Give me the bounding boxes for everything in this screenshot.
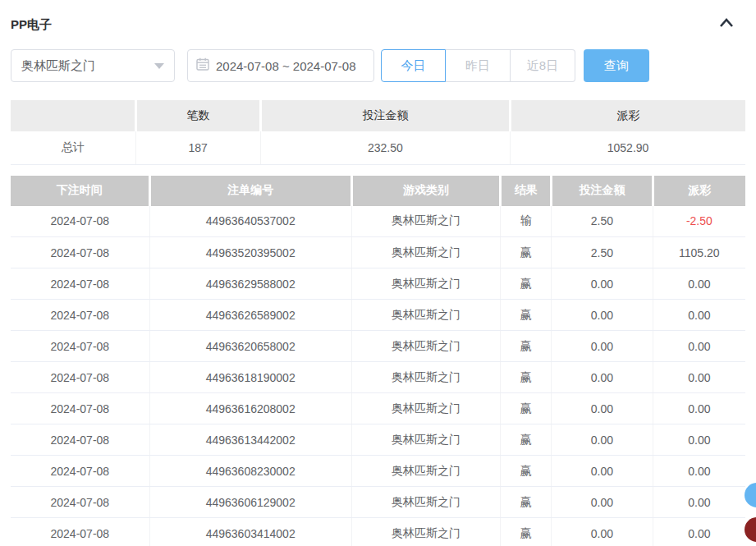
bet-amount-cell: 0.00 bbox=[552, 424, 653, 456]
game-type-cell: 奥林匹斯之门 bbox=[351, 331, 501, 362]
date-range-input[interactable]: 2024-07-08 ~ 2024-07-08 bbox=[187, 49, 374, 82]
bet-id-cell: 44963608230002 bbox=[149, 456, 351, 487]
collapse-button[interactable] bbox=[717, 16, 735, 34]
bet-amount-cell: 0.00 bbox=[552, 362, 653, 393]
payout-cell: 0.00 bbox=[653, 456, 745, 487]
table-row: 2024-07-0844963606129002奥林匹斯之门赢0.000.00 bbox=[11, 487, 745, 518]
bet-amount-cell: 0.00 bbox=[552, 331, 653, 362]
bet-time-cell: 2024-07-08 bbox=[11, 456, 149, 487]
game-type-cell: 奥林匹斯之门 bbox=[351, 424, 501, 456]
game-select[interactable]: 奥林匹斯之门 bbox=[11, 49, 175, 82]
game-type-cell: 奥林匹斯之门 bbox=[351, 456, 501, 487]
game-type-cell: 奥林匹斯之门 bbox=[351, 237, 501, 268]
bet-amount-cell: 0.00 bbox=[552, 518, 653, 546]
table-row: 2024-07-0844963616208002奥林匹斯之门赢0.000.00 bbox=[11, 393, 745, 424]
result-cell: 赢 bbox=[501, 424, 552, 456]
game-type-cell: 奥林匹斯之门 bbox=[351, 268, 501, 300]
table-row: 2024-07-0844963608230002奥林匹斯之门赢0.000.00 bbox=[11, 456, 745, 487]
bet-id-cell: 44963603414002 bbox=[149, 518, 351, 546]
bet-time-cell: 2024-07-08 bbox=[11, 206, 149, 237]
caret-down-icon bbox=[154, 63, 164, 69]
bet-id-cell: 44963520395002 bbox=[149, 237, 351, 268]
table-row: 2024-07-0844963620658002奥林匹斯之门赢0.000.00 bbox=[11, 331, 745, 362]
quick-date-button-group: 今日 昨日 近8日 bbox=[381, 49, 575, 82]
bet-time-cell: 2024-07-08 bbox=[11, 424, 149, 456]
table-row: 2024-07-0844963618190002奥林匹斯之门赢0.000.00 bbox=[11, 362, 745, 393]
bet-records-table: 下注时间 注单编号 游戏类别 结果 投注金额 派彩 2024-07-084496… bbox=[11, 176, 745, 546]
summary-table: 笔数 投注金额 派彩 总计 187 232.50 1052.90 bbox=[11, 100, 745, 165]
result-cell: 赢 bbox=[501, 268, 552, 300]
bet-amount-cell: 0.00 bbox=[552, 456, 653, 487]
game-type-cell: 奥林匹斯之门 bbox=[351, 300, 501, 331]
payout-cell: 0.00 bbox=[653, 268, 745, 300]
payout-cell: -2.50 bbox=[653, 206, 745, 237]
summary-header-bet-amount: 投注金额 bbox=[260, 100, 510, 131]
date-range-value: 2024-07-08 ~ 2024-07-08 bbox=[216, 59, 356, 73]
bet-id-cell: 44963640537002 bbox=[149, 206, 351, 237]
table-row: 2024-07-0844963626589002奥林匹斯之门赢0.000.00 bbox=[11, 300, 745, 331]
summary-total-row: 总计 187 232.50 1052.90 bbox=[11, 131, 745, 164]
table-row: 2024-07-0844963603414002奥林匹斯之门赢0.000.00 bbox=[11, 518, 745, 546]
result-cell: 赢 bbox=[501, 456, 552, 487]
payout-cell: 0.00 bbox=[653, 331, 745, 362]
result-cell: 赢 bbox=[501, 518, 552, 546]
floating-button-blue[interactable] bbox=[745, 483, 756, 507]
bet-id-cell: 44963613442002 bbox=[149, 424, 351, 456]
header-bet-id: 注单编号 bbox=[149, 176, 351, 206]
result-cell: 赢 bbox=[501, 393, 552, 424]
payout-cell: 0.00 bbox=[653, 518, 745, 546]
payout-cell: 0.00 bbox=[653, 362, 745, 393]
header-payout: 派彩 bbox=[653, 176, 745, 206]
bet-time-cell: 2024-07-08 bbox=[11, 518, 149, 546]
summary-header-payout: 派彩 bbox=[511, 100, 745, 131]
bet-amount-cell: 0.00 bbox=[552, 268, 653, 300]
header-bet-amount: 投注金额 bbox=[552, 176, 653, 206]
chevron-up-icon bbox=[719, 17, 734, 32]
pp-games-panel: PP电子 奥林匹斯之门 bbox=[0, 0, 756, 546]
bet-id-cell: 44963620658002 bbox=[149, 331, 351, 362]
bet-table-header-row: 下注时间 注单编号 游戏类别 结果 投注金额 派彩 bbox=[11, 176, 745, 206]
bet-time-cell: 2024-07-08 bbox=[11, 237, 149, 268]
result-cell: 赢 bbox=[501, 362, 552, 393]
header-result: 结果 bbox=[501, 176, 552, 206]
table-row: 2024-07-0844963629588002奥林匹斯之门赢0.000.00 bbox=[11, 268, 745, 300]
result-cell: 赢 bbox=[501, 331, 552, 362]
bet-amount-cell: 2.50 bbox=[552, 206, 653, 237]
bet-amount-cell: 0.00 bbox=[552, 487, 653, 518]
bet-time-cell: 2024-07-08 bbox=[11, 268, 149, 300]
bet-time-cell: 2024-07-08 bbox=[11, 393, 149, 424]
query-button[interactable]: 查询 bbox=[584, 49, 649, 82]
filter-bar: 奥林匹斯之门 2024-07-08 ~ 2024-07-08 今日 昨日 近8日 bbox=[11, 49, 745, 82]
bet-id-cell: 44963618190002 bbox=[149, 362, 351, 393]
bet-time-cell: 2024-07-08 bbox=[11, 331, 149, 362]
summary-total-count: 187 bbox=[135, 131, 260, 164]
game-type-cell: 奥林匹斯之门 bbox=[351, 362, 501, 393]
today-button[interactable]: 今日 bbox=[381, 49, 446, 82]
payout-cell: 0.00 bbox=[653, 300, 745, 331]
bet-amount-cell: 2.50 bbox=[552, 237, 653, 268]
header-bet-time: 下注时间 bbox=[11, 176, 149, 206]
panel-title: PP电子 bbox=[11, 17, 52, 33]
game-type-cell: 奥林匹斯之门 bbox=[351, 487, 501, 518]
payout-cell: 1105.20 bbox=[653, 237, 745, 268]
game-select-value: 奥林匹斯之门 bbox=[21, 58, 95, 74]
summary-header-blank bbox=[11, 100, 135, 131]
bet-amount-cell: 0.00 bbox=[552, 300, 653, 331]
summary-header-row: 笔数 投注金额 派彩 bbox=[11, 100, 745, 131]
summary-total-bet-amount: 232.50 bbox=[260, 131, 510, 164]
payout-cell: 0.00 bbox=[653, 424, 745, 456]
bet-time-cell: 2024-07-08 bbox=[11, 300, 149, 331]
yesterday-button[interactable]: 昨日 bbox=[446, 49, 511, 82]
floating-button-red[interactable] bbox=[745, 517, 756, 542]
payout-cell: 0.00 bbox=[653, 487, 745, 518]
payout-cell: 0.00 bbox=[653, 393, 745, 424]
bet-id-cell: 44963606129002 bbox=[149, 487, 351, 518]
header-game-type: 游戏类别 bbox=[351, 176, 501, 206]
bet-time-cell: 2024-07-08 bbox=[11, 362, 149, 393]
calendar-icon bbox=[196, 57, 209, 74]
result-cell: 输 bbox=[501, 206, 552, 237]
summary-total-payout: 1052.90 bbox=[511, 131, 745, 164]
table-row: 2024-07-0844963613442002奥林匹斯之门赢0.000.00 bbox=[11, 424, 745, 456]
game-type-cell: 奥林匹斯之门 bbox=[351, 206, 501, 237]
last8days-button[interactable]: 近8日 bbox=[511, 49, 575, 82]
